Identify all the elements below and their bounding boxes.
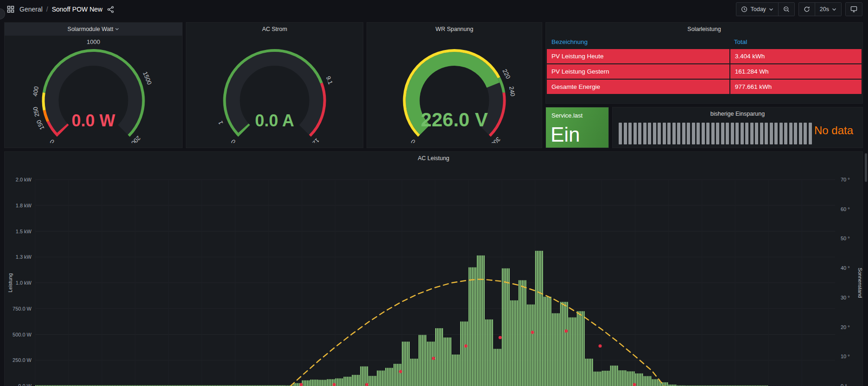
refresh-icon [804,6,810,12]
bar-gauge-cell [804,123,807,144]
bar-gauge-cell [624,123,627,144]
refresh-interval-label: 20s [820,6,829,12]
gauge: 019.1120.0 A [186,36,363,148]
share-icon[interactable] [105,4,115,14]
bar-gauge-cell [648,123,651,144]
svg-text:50 °: 50 ° [841,236,850,241]
svg-text:300: 300 [490,136,502,143]
svg-text:9.1: 9.1 [325,75,334,85]
svg-text:1.8 kW: 1.8 kW [16,203,32,208]
bar-gauge-cells [619,123,812,144]
svg-text:40 °: 40 ° [841,265,850,271]
bar-gauge-cell [779,123,783,144]
svg-text:0: 0 [48,138,56,143]
svg-text:750.0 W: 750.0 W [13,306,32,311]
panel-solarmodule-watt: Solarmodule Watt01502504001000150020000.… [4,22,183,148]
svg-text:240: 240 [508,86,516,97]
svg-text:0: 0 [229,138,237,143]
panel-title[interactable]: WR Spannung [367,23,542,36]
bar-gauge-cell [643,123,646,144]
bar-gauge-cell [789,123,792,144]
table-cell-total: 161.284 Wh [730,64,862,79]
svg-text:60 °: 60 ° [841,206,850,212]
table-row: PV Leistung Gestern161.284 Wh [547,64,862,79]
svg-text:0: 0 [409,138,417,143]
nav-controls: Today 20s [736,2,862,16]
refresh-button[interactable] [799,3,815,16]
stat-title[interactable]: Service.last [551,112,583,119]
panel-service-last-stat: Service.last Ein [545,107,609,148]
svg-text:1000: 1000 [87,38,100,45]
table-cell-bezeichnung: Gesamte Energie [547,80,729,94]
kiosk-mode-button[interactable] [846,3,862,16]
bar-gauge-cell [628,123,632,144]
bar-gauge-cell [692,123,695,144]
table-column-header[interactable]: Total [729,38,862,45]
panel-title[interactable]: AC Strom [186,23,363,36]
svg-text:10 °: 10 ° [841,354,850,359]
svg-text:1.3 kW: 1.3 kW [16,254,32,260]
bar-gauge-cell [702,123,705,144]
bar-gauge-cell [760,123,763,144]
svg-text:Leistung: Leistung [7,273,13,293]
panel-bisherige-einsparung: bisherige Einsparung No data [612,107,863,148]
bar-gauge-cell [731,123,734,144]
bar-gauge-cell [658,123,661,144]
table-header-row: Bezeichnung Total [546,36,862,49]
time-range-label: Today [750,6,766,12]
time-controls-group: Today [736,2,794,16]
refresh-interval-picker[interactable]: 20s [815,3,841,16]
refresh-controls-group: 20s [798,2,842,16]
svg-text:12: 12 [311,137,321,143]
bar-gauge-cell [726,123,729,144]
table-body: PV Leistung Heute3.404 kWhPV Leistung Ge… [546,49,862,94]
bar-gauge-cell [755,123,758,144]
svg-text:1.5 kW: 1.5 kW [16,229,32,234]
svg-text:2.0 kW: 2.0 kW [16,177,32,182]
bar-gauge-cell [721,123,724,144]
dashboard-scrollbar[interactable] [865,153,867,182]
stat-value: Ein [551,125,580,145]
bar-gauge-cell [765,123,768,144]
panel-solarleistung-table: Solarleistung Bezeichnung Total PV Leist… [545,22,863,104]
panel-title[interactable]: Solarmodule Watt [5,23,182,36]
svg-text:0.0 W: 0.0 W [18,383,32,386]
bar-gauge-cell [663,123,666,144]
svg-text:500.0 W: 500.0 W [13,332,32,337]
breadcrumb-folder[interactable]: General [19,6,43,13]
svg-text:0.0 W: 0.0 W [71,111,115,130]
bar-gauge-cell [697,123,700,144]
panel-ac-strom: AC Strom019.1120.0 A [186,22,363,148]
bar-gauge-cell [667,123,671,144]
dashboards-grid-icon[interactable] [6,4,16,14]
table-column-header[interactable]: Bezeichnung [547,38,729,45]
time-series-plot[interactable]: 0.0 W250.0 W500.0 W750.0 W1.0 kW1.3 kW1.… [5,165,862,386]
svg-text:150: 150 [35,119,46,131]
svg-text:Sonnenstand: Sonnenstand [857,268,862,298]
table-cell-total: 977.661 kWh [730,80,862,94]
panel-menu-chevron-icon[interactable] [115,26,119,32]
zoom-out-button[interactable] [778,3,794,16]
bar-gauge-cell [716,123,719,144]
chevron-down-icon [832,7,836,12]
breadcrumb-dashboard-title[interactable]: Sonoff POW New [52,6,102,13]
svg-text:1500: 1500 [142,71,153,86]
gauge: 01502504001000150020000.0 W [5,36,182,148]
bar-gauge-cell [687,123,690,144]
bar-gauge-cell [770,123,773,144]
bar-gauge-cell [634,123,637,144]
table-cell-bezeichnung: PV Leistung Heute [547,49,729,63]
svg-text:250: 250 [32,106,40,117]
svg-text:0.0 A: 0.0 A [255,111,294,130]
monitor-icon [850,6,857,12]
time-range-picker[interactable]: Today [736,3,778,16]
chevron-down-icon [769,7,773,12]
table-row: PV Leistung Heute3.404 kWh [547,49,862,63]
svg-text:400: 400 [32,86,40,97]
panel-title[interactable]: bisherige Einsparung [613,107,862,120]
bar-gauge-cell [619,123,622,144]
bar-gauge-cell [677,123,680,144]
panel-title[interactable]: AC Leistung [5,152,862,165]
bar-gauge-cell [750,123,754,144]
panel-title[interactable]: Solarleistung [546,23,862,36]
